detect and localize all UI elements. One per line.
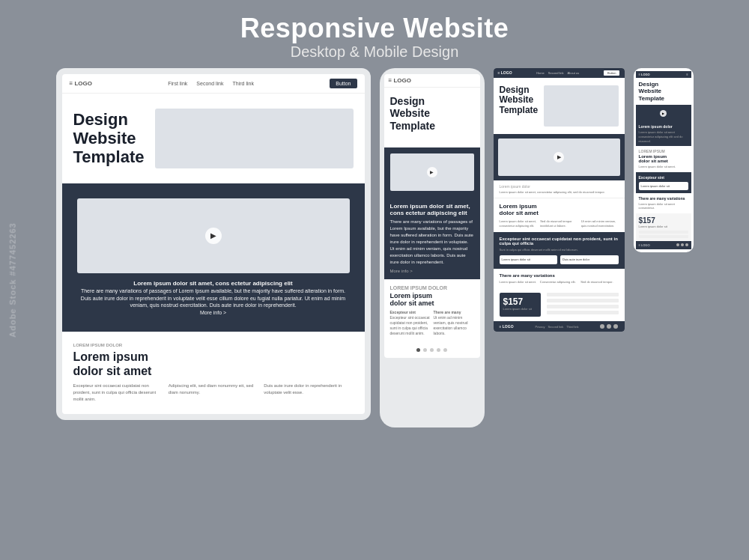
mf-social-dot-3[interactable] (685, 243, 688, 246)
desktop-lorem-text-3: Duis aute irure dolor in reprehenderit i… (264, 383, 353, 396)
mobile-dark-section: Lorem ipsum dolor sit amet,cons ectetur … (384, 197, 480, 279)
mf-nav: ≡ LOGO ≡ (636, 71, 691, 78)
mf-social-icons (676, 243, 688, 246)
desktop-hero-image (155, 109, 353, 168)
df-hero-image (544, 85, 618, 127)
main-subtitle: Desktop & Mobile Design (240, 43, 509, 61)
df-dark-text: Sunt in culpa qui officia deserunt molli… (500, 248, 619, 252)
mobile-hero-title: DesignWebsiteTemplate (390, 95, 474, 133)
mf-form-field-2[interactable] (639, 235, 688, 238)
mobile-dots (384, 342, 480, 358)
df-var-cols: Lorem ipsum dolor sit amet. Consectetur … (500, 280, 619, 284)
dot-4 (437, 348, 440, 352)
desktop-logo: ≡ LOGO (70, 80, 92, 87)
mobile-full-mockup: ≡ LOGO ≡ DesignWebsiteTemplate ▶ Lorem i… (634, 68, 694, 252)
desktop-video-box[interactable]: ▶ (77, 198, 350, 273)
mobile-screen: ≡ LOGO DesignWebsiteTemplate ▶ Lorem ips… (384, 74, 480, 358)
df-form-field-2[interactable] (547, 299, 619, 302)
df-form-field-4[interactable] (547, 311, 619, 314)
header: Responsive Website Desktop & Mobile Desi… (240, 0, 509, 68)
mobile-video-box[interactable]: ▶ (390, 153, 474, 191)
mobile-lorem-title: Lorem ipsumdolor sit amet (390, 292, 474, 307)
mobile-col2-title: There are many (434, 310, 461, 314)
df-card-text-2: Duis aute irure dolor (562, 258, 616, 262)
nav-link-1: First link (168, 81, 187, 86)
dot-5 (443, 348, 447, 352)
mobile-col1-text: Excepteur sint occaecat cupidatat non pr… (390, 315, 430, 335)
df-var-col-3: Sed do eiusmod tempor. (580, 280, 618, 284)
df-text-title: Lorem ipsum dolor (500, 184, 619, 189)
mf-dark-card-title: Excepteur sint (639, 175, 688, 180)
mf-dark-title: Lorem ipsum dolor (639, 124, 688, 129)
df-form-field-3[interactable] (547, 305, 619, 308)
mf-hamburger[interactable]: ≡ (686, 73, 688, 76)
df-nav-links: Home Second link About us (536, 71, 579, 75)
mf-screen: ≡ LOGO ≡ DesignWebsiteTemplate ▶ Lorem i… (636, 71, 691, 249)
mf-price-text: Lorem ipsum dolor sit (639, 225, 688, 228)
mf-play-button[interactable]: ▶ (660, 110, 667, 117)
df-social-icon-1[interactable] (600, 324, 604, 329)
mf-social-dot-1[interactable] (676, 243, 679, 246)
df-lorem-col-1: Lorem ipsum dolor sit amet, consectetur … (500, 219, 537, 228)
df-footer-logo: ≡ LOGO (500, 324, 514, 329)
desktop-lorem-subtitle: LOREM IPSUM DOLOR (73, 343, 354, 347)
df-var-col-2: Consectetur adipiscing elit. (540, 280, 577, 284)
desktop-mockup: ≡ LOGO First link Second link Third link… (56, 68, 371, 421)
df-video-box[interactable]: ▶ (498, 139, 620, 176)
df-dark-section: Excepteur sint occaecat cupidatat non pr… (494, 232, 625, 268)
df-card-1: Lorem ipsum dolor sit (500, 255, 558, 264)
df-nav-link-3: About us (568, 71, 580, 75)
df-dark-title: Excepteur sint occaecat cupidatat non pr… (500, 237, 619, 246)
dot-3 (430, 348, 434, 352)
df-social-icon-3[interactable] (613, 324, 618, 329)
mf-form-field[interactable] (639, 231, 688, 234)
mf-video: ▶ (636, 105, 691, 121)
df-card-text-1: Lorem ipsum dolor sit (502, 258, 556, 262)
mf-lorem-subtitle: LOREM IPSUM (639, 149, 688, 153)
desktop-nav-links: First link Second link Third link (103, 81, 318, 86)
mf-lorem-section: LOREM IPSUM Lorem ipsumdolor sit amet Lo… (636, 146, 691, 172)
mf-dark-section: Lorem ipsum dolor Lorem ipsum dolor sit … (636, 121, 691, 146)
mobile-col-1: Excepteur sint Excepteur sint occaecat c… (390, 310, 431, 336)
desktop-video-caption-title: Lorem ipsum dolor sit amet, cons ectetur… (133, 280, 293, 287)
mf-variations-title: There are many variations (639, 196, 688, 201)
df-price-number: $157 (503, 296, 537, 307)
mobile-play-button[interactable]: ▶ (427, 167, 437, 177)
mf-dark-text: Lorem ipsum dolor sit amet consectetur a… (639, 130, 688, 143)
mf-hero: DesignWebsiteTemplate (636, 78, 691, 106)
mf-lorem-title: Lorem ipsumdolor sit amet (639, 154, 688, 163)
df-footer-link-3: Third link (566, 325, 578, 329)
df-price-box: $157 Lorem ipsum dolor sit (500, 293, 541, 317)
desktop-video-caption: Lorem ipsum dolor sit amet, cons ectetur… (77, 279, 350, 317)
mobile-col1-title: Excepteur sint (390, 310, 416, 314)
df-footer-link-2: Second link (548, 325, 564, 329)
mobile-white-section: LOREM IPSUM DOLOR Lorem ipsumdolor sit a… (384, 279, 480, 342)
desktop-play-button[interactable]: ▶ (205, 228, 222, 244)
df-lorem-col-3: Ut enim ad minim veniam, quis nostrud ex… (581, 219, 619, 228)
mf-variations: There are many variations Lorem ipsum do… (636, 193, 691, 213)
desktop-lorem-col-2: Adipiscing elit, sed diam nonummy eit, s… (169, 383, 258, 403)
mobile-mockup: ≡ LOGO DesignWebsiteTemplate ▶ Lorem ips… (380, 68, 485, 427)
df-pricing: $157 Lorem ipsum dolor sit (494, 288, 625, 321)
df-hero: DesignWebsiteTemplate (494, 78, 625, 134)
mf-social-dot-2[interactable] (681, 243, 684, 246)
mobile-logo: ≡ LOGO (389, 77, 411, 84)
df-nav-button[interactable]: Button (604, 70, 620, 76)
df-social-icon-2[interactable] (607, 324, 611, 329)
df-lorem-title: Lorem ipsumdolor sit amet (500, 203, 619, 216)
mobile-more-info[interactable]: More info > (390, 269, 474, 273)
df-logo: ≡ LOGO (498, 70, 512, 75)
desktop-lorem-text-2: Adipiscing elit, sed diam nonummy eit, s… (169, 383, 258, 396)
desktop-lorem-col-3: Duis aute irure dolor in reprehenderit i… (264, 383, 353, 403)
mockups-area: ≡ LOGO First link Second link Third link… (0, 68, 749, 427)
desktop-more-info[interactable]: More info > (200, 310, 226, 315)
df-form-field-1[interactable] (547, 293, 619, 296)
mf-price-number: $157 (639, 216, 688, 225)
df-hero-title: DesignWebsiteTemplate (500, 85, 539, 116)
nav-link-2: Second link (196, 81, 223, 86)
desktop-nav-button[interactable]: Button (330, 79, 357, 88)
mobile-nav: ≡ LOGO (384, 74, 480, 88)
df-var-col-1: Lorem ipsum dolor sit amet. (500, 280, 537, 284)
df-play-button[interactable]: ▶ (554, 152, 564, 162)
dot-1 (416, 348, 420, 352)
